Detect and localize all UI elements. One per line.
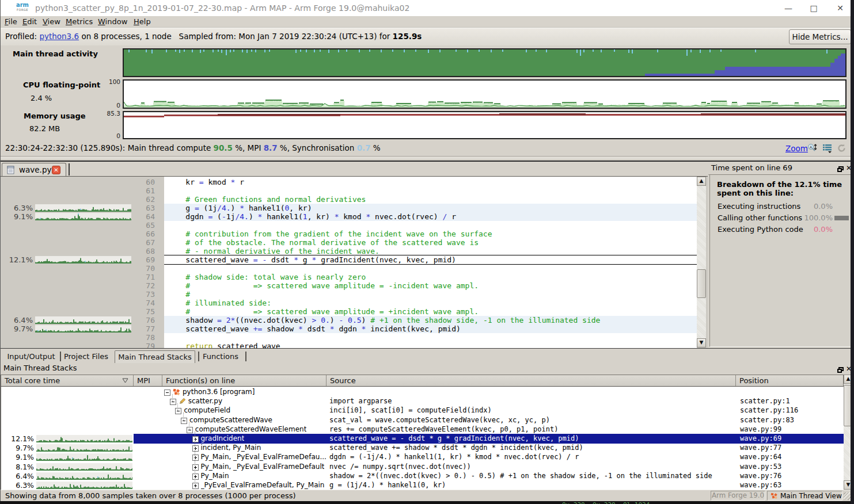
stack-row-gradincident[interactable]: 12.1%gradIncidentscattered_wave = - dsdt… (1, 434, 844, 444)
tab-main-thread-stacks[interactable]: Main Thread Stacks (115, 350, 195, 363)
line-time-percent: 6.4% (3, 316, 33, 324)
row-source: nvec /= numpy.sqrt(nvec.dot(nvec)) (329, 463, 471, 471)
breakdown-label: Executing Python code (718, 225, 803, 234)
menu-window[interactable]: Window (98, 16, 127, 27)
zoom-select-icon[interactable]: A (807, 143, 817, 155)
menu-view[interactable]: View (43, 16, 60, 27)
row-function: python3.6 [program] (183, 388, 255, 396)
close-button[interactable]: ✕ (832, 2, 848, 14)
row-function: computeField (184, 406, 230, 414)
profiled-duration: 125.9s (393, 32, 422, 41)
code-editor[interactable]: 60 kr = kmod * r6162 # Green functions a… (1, 176, 708, 349)
row-source: g = (1j/4.) * hankel1(0, kr) (329, 481, 446, 489)
code-line: # => scattered wave amplitude = -inciden… (168, 281, 479, 290)
row-core-time-percent: 6.3% (1, 481, 34, 490)
line-time-panel-title: Time spent on line 69 (711, 163, 792, 172)
code-line: # => scattered wave amplitude = +inciden… (168, 307, 479, 316)
sort-descending-icon[interactable] (122, 378, 128, 383)
row-core-time-sparkline (36, 472, 132, 480)
undock-stacks-icon[interactable] (837, 366, 843, 371)
editor-scroll-down-icon[interactable]: ▼ (697, 338, 706, 348)
profiled-middle: on 8 processes, 1 node Sampled from: Mon… (79, 32, 393, 41)
line-number: 67 (132, 238, 155, 247)
line-time-sparkline (35, 256, 131, 264)
stack-row-computescatteredwave[interactable]: computeScatteredWavescat_val = wave.comp… (1, 415, 844, 425)
line-number: 68 (132, 247, 155, 255)
row-position: wave.py:69 (740, 434, 781, 442)
app-window: arm FORGE python3_scatter_py_8p_1n_2019-… (0, 0, 851, 501)
menu-edit[interactable]: Edit (22, 16, 37, 27)
stacks-panel-header: Main Thread Stacks ✕ (1, 363, 851, 375)
status-message: Showing data from 8,000 samples taken ov… (5, 491, 296, 500)
column-header-mpi[interactable]: MPI (134, 375, 162, 386)
editor-scroll-up-icon[interactable]: ▲ (697, 177, 706, 186)
program-icon (173, 388, 180, 396)
maximize-button[interactable]: □ (806, 2, 822, 14)
editor-scrollbar-thumb[interactable] (697, 269, 706, 298)
stack-row-pyeval-evalframedefault-py-main[interactable]: 6.3%_PyEval_EvalFrameDefault, Py_Maing =… (1, 480, 844, 490)
memory-usage-chart[interactable] (123, 111, 847, 139)
breakdown-value: 0.0% (794, 225, 833, 234)
tab-project-files[interactable]: Project Files (60, 350, 112, 363)
tab-functions[interactable]: Functions (199, 350, 242, 363)
tab-separator (245, 352, 246, 361)
menu-bar: FileEditViewMetricsWindowHelp (1, 16, 851, 28)
status-bar: Showing data from 8,000 samples taken ov… (1, 490, 851, 502)
code-line: dgdn = (-1j/4.) * hankel1(1, kr) * kmod … (168, 212, 456, 221)
reset-zoom-icon[interactable] (837, 143, 847, 155)
row-source: res += computeScatteredWaveElement(kvec,… (329, 425, 558, 433)
row-position: wave.py:53 (740, 463, 781, 471)
view-selector[interactable]: Main Thread View (767, 491, 842, 501)
metrics-panel: Main thread activity CPU floating-point … (1, 45, 851, 142)
stacks-table-header: Total core timeMPIFunction(s) on lineSou… (1, 375, 844, 387)
line-number: 71 (132, 273, 155, 281)
stack-row-py-main-pyeval-evalframedefau[interactable]: 9.1%Py_Main, _PyEval_EvalFrameDefau...dg… (1, 452, 844, 462)
line-time-panel-titlebar[interactable]: Time spent on line 69 ✕ (708, 162, 851, 175)
window-title: python3_scatter_py_8p_1n_2019-01-07_22-3… (35, 3, 409, 13)
title-bar: arm FORGE python3_scatter_py_8p_1n_2019-… (1, 0, 851, 16)
collapse-icon[interactable] (164, 390, 170, 396)
stack-row-py-main-pyeval-evalframedefault[interactable]: 8.1%Py_Main, _PyEval_EvalFrameDefaultnve… (1, 462, 844, 472)
row-function: gradIncident (201, 434, 245, 442)
tab-input-output[interactable]: Input/Output (5, 350, 57, 363)
cpu-floating-point-chart[interactable] (123, 79, 847, 109)
main-thread-activity-chart[interactable] (123, 48, 847, 77)
stack-row-python3-6-program[interactable]: python3.6 [program] (1, 387, 844, 397)
tree-guide-line (177, 403, 179, 411)
stack-row-incident-py-main[interactable]: 9.7%incident, Py_Mainscattered_wave += s… (1, 443, 844, 453)
editor-tab-bar: wave.py ✕ (1, 162, 708, 177)
column-header-source[interactable]: Source (327, 375, 736, 386)
line-number: 66 (132, 230, 155, 238)
tab-edge-mark (69, 163, 70, 175)
line-time-panel-body: Breakdown of the 12.1% time spent on thi… (709, 174, 851, 347)
metrics-divider (1, 156, 851, 158)
line-number: 63 (132, 204, 155, 212)
stack-row-scatter-py[interactable]: scatter.pyimport argparsescatter.py:1 (1, 396, 844, 406)
time-range-segment: 90.5 (214, 143, 233, 152)
line-number: 60 (132, 178, 155, 186)
breakdown-heading: Breakdown of the 12.1% time spent on thi… (717, 180, 845, 197)
tab-label: wave.py (19, 165, 51, 174)
stack-row-py-main[interactable]: 6.4%Py_Mainshadow = 2*((nvec.dot(kvec) >… (1, 471, 844, 481)
menu-metrics[interactable]: Metrics (66, 16, 93, 27)
column-header-total-core-time[interactable]: Total core time (1, 375, 134, 386)
tab-close-icon[interactable]: ✕ (52, 166, 60, 174)
column-header-function-s-on-line[interactable]: Function(s) on line (162, 375, 327, 386)
metrics-list-icon[interactable] (822, 144, 833, 155)
hide-metrics-button[interactable]: Hide Metrics... (789, 29, 851, 44)
minimize-button[interactable]: — (780, 2, 796, 14)
tab-wave-py[interactable]: wave.py ✕ (2, 163, 66, 177)
line-number: 65 (132, 221, 155, 230)
row-core-time-sparkline (36, 435, 132, 442)
stack-row-computescatteredwaveelement[interactable]: computeScatteredWaveElementres += comput… (1, 425, 844, 434)
menu-help[interactable]: Help (134, 16, 151, 27)
menu-file[interactable]: File (5, 16, 17, 27)
line-number: 74 (132, 299, 155, 307)
time-range-segment: %, MPI (233, 143, 264, 152)
editor-scrollbar[interactable] (697, 177, 706, 348)
profiled-program-link[interactable]: python3.6 (39, 32, 79, 41)
zoom-link[interactable]: Zoom (785, 144, 808, 153)
stack-row-computefield[interactable]: computeFieldinci[i0], scat[i0] = compute… (1, 406, 844, 415)
undock-panel-icon[interactable] (837, 165, 843, 170)
column-header-position[interactable]: Position (736, 375, 844, 386)
